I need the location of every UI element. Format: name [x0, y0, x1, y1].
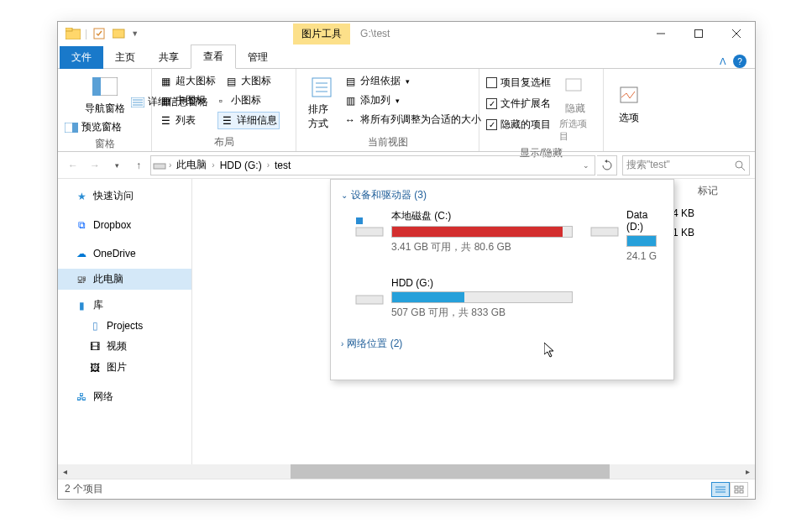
- tree-library[interactable]: ▮库: [58, 295, 191, 316]
- folder-icon: [65, 25, 81, 42]
- navigation-tree[interactable]: ★快速访问 ⧉Dropbox ☁OneDrive 🖳此电脑 ▮库 ▯Projec…: [58, 179, 192, 464]
- new-folder-icon[interactable]: [111, 25, 128, 42]
- svg-point-23: [736, 161, 742, 168]
- scroll-left-icon[interactable]: ◂: [58, 467, 72, 476]
- addcolumn-button[interactable]: ▥添加列▾: [342, 92, 483, 108]
- group-panes-label: 窗格: [63, 135, 146, 153]
- address-field[interactable]: › 此电脑 › HDD (G:) › test ⌄: [150, 155, 595, 175]
- tab-view[interactable]: 查看: [191, 45, 236, 69]
- svg-rect-28: [356, 296, 383, 304]
- layout-list[interactable]: ☰列表: [157, 112, 212, 129]
- col-tag[interactable]: 标记: [691, 184, 725, 198]
- groupby-button[interactable]: ▤分组依据▾: [342, 73, 483, 89]
- details-pane-button[interactable]: 详细信息窗格: [129, 94, 210, 110]
- item-checkboxes[interactable]: 项目复选框: [485, 75, 553, 91]
- tab-manage[interactable]: 管理: [236, 46, 280, 69]
- svg-rect-11: [72, 123, 78, 133]
- preview-pane-button[interactable]: 预览窗格: [63, 119, 146, 135]
- search-field[interactable]: 搜索"test": [622, 155, 750, 175]
- tab-home[interactable]: 主页: [103, 46, 147, 69]
- back-button[interactable]: ←: [63, 155, 83, 175]
- svg-rect-21: [621, 87, 637, 102]
- tab-share[interactable]: 共享: [147, 46, 191, 69]
- scroll-thumb[interactable]: [291, 464, 610, 479]
- layout-large[interactable]: ▤大图标: [223, 73, 273, 89]
- dropbox-icon: ⧉: [75, 218, 88, 232]
- crumb-pc[interactable]: 此电脑: [174, 158, 209, 172]
- close-button[interactable]: [717, 22, 755, 45]
- ribbon: 导航窗格 预览窗格 详细信息窗格 窗格 ▦超大图标 ▤大图标 ▦中: [58, 69, 755, 152]
- onedrive-icon: ☁: [75, 247, 88, 260]
- properties-icon[interactable]: [91, 25, 107, 42]
- tree-this-pc[interactable]: 🖳此电脑: [58, 269, 191, 290]
- small-icon: ▫: [214, 94, 228, 107]
- xlarge-icon: ▦: [159, 75, 172, 88]
- recent-dropdown[interactable]: ▾: [107, 155, 127, 175]
- tree-dropbox[interactable]: ⧉Dropbox: [58, 215, 191, 235]
- group-current-label: 当前视图: [301, 134, 474, 151]
- crumb-drive[interactable]: HDD (G:): [217, 160, 265, 171]
- drive-d[interactable]: Data (D:) 24.1 GB 可用，共: [589, 209, 657, 264]
- svg-rect-20: [566, 79, 581, 91]
- network-locations-header[interactable]: ›网络位置 (2): [341, 337, 663, 351]
- tree-video[interactable]: 🎞视频: [58, 336, 191, 357]
- addcolumn-icon: ▥: [343, 94, 357, 107]
- up-button[interactable]: ↑: [128, 155, 149, 175]
- file-extensions[interactable]: ✓文件扩展名: [485, 96, 553, 112]
- chevron-right-icon: ›: [341, 339, 343, 348]
- layout-xlarge[interactable]: ▦超大图标: [157, 73, 217, 89]
- drive-g[interactable]: HDD (G:) 507 GB 可用，共 833 GB: [354, 277, 573, 320]
- checkbox-icon: [486, 77, 497, 88]
- drive-c[interactable]: 本地磁盘 (C:) 3.41 GB 可用，共 80.6 GB: [354, 209, 573, 264]
- help-icon[interactable]: ?: [733, 55, 747, 68]
- hide-selected-button[interactable]: 隐藏 所选项目: [553, 71, 598, 144]
- tree-projects[interactable]: ▯Projects: [58, 316, 191, 336]
- chevron-down-icon: ⌄: [341, 191, 348, 200]
- sort-icon: [308, 74, 335, 101]
- qat-dropdown-icon[interactable]: ▼: [131, 29, 139, 38]
- scroll-right-icon[interactable]: ▸: [741, 467, 755, 476]
- layout-small[interactable]: ▫小图标: [212, 92, 271, 108]
- tree-network[interactable]: 🖧网络: [58, 386, 191, 407]
- pc-icon: 🖳: [75, 273, 88, 286]
- minimize-button[interactable]: [642, 22, 679, 45]
- tree-quick-access[interactable]: ★快速访问: [58, 186, 191, 207]
- devices-header[interactable]: ⌄设备和驱动器 (3): [341, 188, 663, 202]
- forward-button[interactable]: →: [85, 155, 105, 175]
- drive-icon: [354, 209, 385, 239]
- video-icon: 🎞: [88, 340, 102, 354]
- details-view-mode[interactable]: [711, 482, 730, 497]
- hidden-items[interactable]: ✓隐藏的项目: [485, 117, 553, 133]
- crumb-folder[interactable]: test: [272, 160, 293, 171]
- icons-view-mode[interactable]: [730, 482, 748, 497]
- refresh-button[interactable]: [597, 155, 617, 175]
- tab-file[interactable]: 文件: [60, 46, 103, 69]
- svg-rect-27: [591, 228, 618, 236]
- picture-tools-tab[interactable]: 图片工具: [293, 24, 350, 45]
- maximize-button[interactable]: [679, 22, 717, 45]
- tree-pictures[interactable]: 🖼图片: [58, 357, 191, 378]
- sizecolumns-button[interactable]: ↔将所有列调整为合适的大小: [342, 112, 483, 128]
- horizontal-scrollbar[interactable]: ◂ ▸: [58, 464, 755, 479]
- file-list[interactable]: 类型 大小 标记 PNG 图像 14 KB PNG 图像 11 KB ⌄设备和驱…: [192, 179, 755, 464]
- svg-rect-1: [65, 28, 72, 31]
- tree-onedrive[interactable]: ☁OneDrive: [58, 244, 191, 264]
- drive-icon: [589, 209, 620, 239]
- svg-rect-35: [740, 490, 743, 493]
- collapse-ribbon-icon[interactable]: ᐱ: [720, 56, 726, 67]
- options-button[interactable]: 选项: [609, 71, 649, 136]
- addressbar: ← → ▾ ↑ › 此电脑 › HDD (G:) › test ⌄ 搜索"tes…: [58, 152, 755, 179]
- svg-rect-5: [694, 30, 702, 38]
- svg-rect-33: [740, 486, 743, 489]
- explorer-window: | ▼ 图片工具 G:\test 文件 主页 共享 查看 管理 ᐱ ?: [57, 21, 756, 500]
- sort-button[interactable]: 排序方式: [301, 71, 342, 134]
- drive-icon: [354, 277, 385, 307]
- projects-icon: ▯: [88, 319, 102, 333]
- svg-rect-22: [154, 164, 165, 169]
- svg-rect-34: [735, 490, 738, 493]
- address-dropdown-icon[interactable]: ⌄: [583, 161, 593, 170]
- status-bar: 2 个项目: [58, 479, 755, 499]
- layout-details[interactable]: ☰详细信息: [217, 112, 280, 129]
- svg-line-24: [741, 167, 745, 170]
- qat-separator: |: [85, 28, 87, 39]
